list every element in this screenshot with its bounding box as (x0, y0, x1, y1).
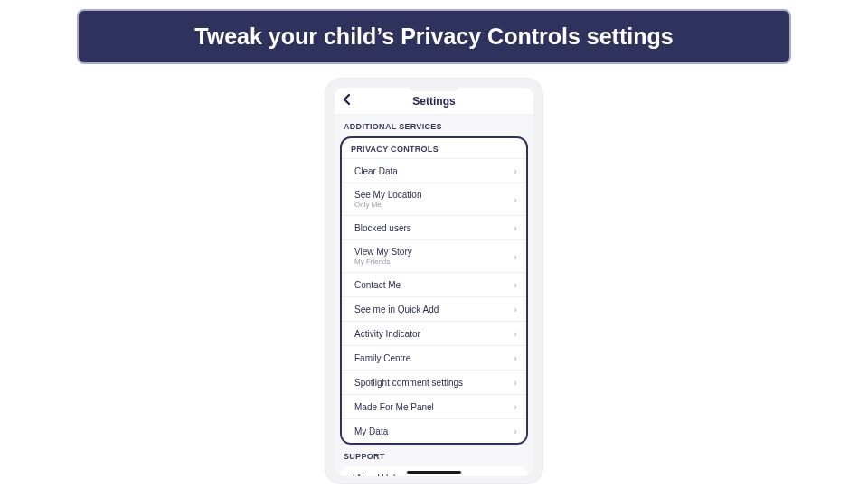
chevron-right-icon: › (515, 473, 519, 476)
section-label-support: SUPPORT (335, 445, 533, 466)
row-label: Contact Me (354, 280, 401, 290)
row-label: Blocked users (354, 223, 411, 233)
chevron-right-icon: › (514, 279, 517, 290)
row-sub: My Friends (354, 258, 412, 266)
row-activity-indicator[interactable]: Activity Indicator › (342, 321, 526, 345)
chevron-right-icon: › (514, 377, 517, 388)
row-label: Clear Data (354, 166, 398, 176)
settings-header: Settings (335, 88, 533, 115)
chevron-right-icon: › (514, 304, 517, 314)
row-label: Activity Indicator (354, 329, 420, 339)
back-button[interactable] (342, 93, 353, 109)
row-label: My Data (354, 427, 388, 436)
phone-notch (408, 82, 460, 91)
banner-text: Tweak your child’s Privacy Controls sett… (194, 23, 673, 49)
chevron-right-icon: › (514, 401, 517, 412)
row-spotlight-comment[interactable]: Spotlight comment settings › (342, 370, 526, 394)
phone-screen: Settings ADDITIONAL SERVICES PRIVACY CON… (335, 88, 533, 476)
instruction-banner: Tweak your child’s Privacy Controls sett… (77, 9, 791, 64)
section-label-additional: ADDITIONAL SERVICES (335, 115, 533, 136)
row-label: Family Centre (354, 353, 410, 363)
row-quick-add[interactable]: See me in Quick Add › (342, 296, 526, 321)
chevron-right-icon: › (514, 251, 517, 262)
chevron-right-icon: › (514, 222, 517, 233)
chevron-right-icon: › (514, 328, 517, 339)
row-sub: Only Me (354, 201, 422, 209)
home-indicator[interactable] (407, 471, 461, 474)
row-label: See My Location (354, 190, 422, 200)
page-title: Settings (335, 95, 533, 108)
row-contact-me[interactable]: Contact Me › (342, 272, 526, 296)
section-label-privacy: PRIVACY CONTROLS (342, 138, 526, 158)
chevron-right-icon: › (514, 165, 517, 176)
row-label: Spotlight comment settings (354, 378, 463, 388)
row-clear-data[interactable]: Clear Data › (342, 158, 526, 183)
row-view-my-story[interactable]: View My Story My Friends › (342, 239, 526, 272)
privacy-controls-section: PRIVACY CONTROLS Clear Data › See My Loc… (340, 136, 528, 445)
row-label: I Need Help (353, 474, 401, 477)
chevron-right-icon: › (514, 352, 517, 363)
row-label: See me in Quick Add (354, 305, 439, 314)
chevron-right-icon: › (514, 194, 517, 205)
chevron-right-icon: › (514, 426, 517, 436)
row-family-centre[interactable]: Family Centre › (342, 345, 526, 370)
row-made-for-me[interactable]: Made For Me Panel › (342, 394, 526, 418)
row-see-my-location[interactable]: See My Location Only Me › (342, 183, 526, 215)
phone-device-frame: Settings ADDITIONAL SERVICES PRIVACY CON… (326, 79, 542, 483)
chevron-left-icon (342, 93, 353, 106)
row-label: Made For Me Panel (354, 402, 434, 412)
row-blocked-users[interactable]: Blocked users › (342, 215, 526, 239)
row-my-data[interactable]: My Data › (342, 418, 526, 443)
row-label: View My Story (354, 247, 412, 257)
